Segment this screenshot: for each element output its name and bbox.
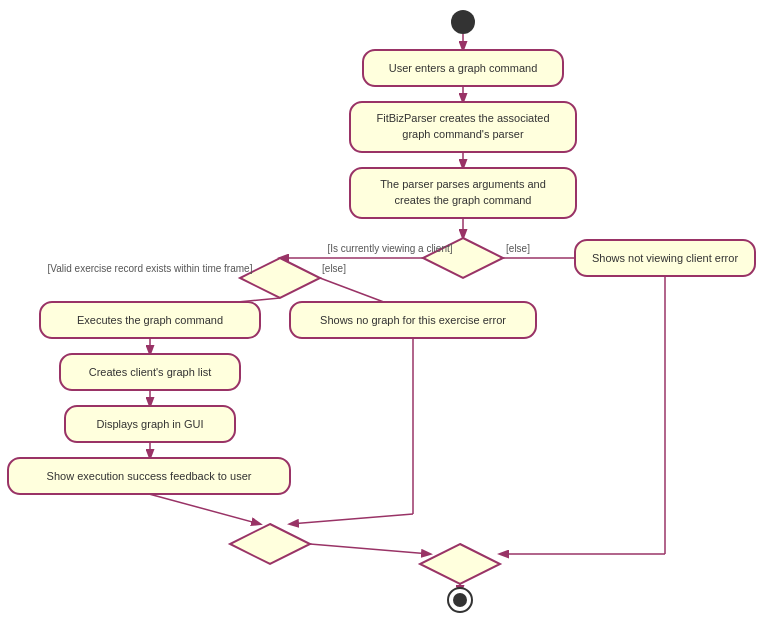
node-success-label: Show execution success feedback to user bbox=[47, 470, 252, 482]
node-parser-label2: creates the graph command bbox=[395, 194, 532, 206]
arrow-n8-merge1 bbox=[290, 514, 413, 524]
arrow-merge1-merge2 bbox=[310, 544, 430, 554]
node-executes-label: Executes the graph command bbox=[77, 314, 223, 326]
node-creates-label: Creates client's graph list bbox=[89, 366, 212, 378]
node-fitbizparser-label2: graph command's parser bbox=[402, 128, 524, 140]
merge-diamond-1 bbox=[230, 524, 310, 564]
node-parser-parses bbox=[350, 168, 576, 218]
node-displays-label: Displays graph in GUI bbox=[97, 418, 204, 430]
label-exercise-yes: [Valid exercise record exists within tim… bbox=[48, 263, 253, 274]
node-fitbizparser-label1: FitBizParser creates the associated bbox=[376, 112, 549, 124]
label-viewing-yes: [Is currently viewing a client] bbox=[327, 243, 452, 254]
label-viewing-else: [else] bbox=[506, 243, 530, 254]
arrow-n7-merge1 bbox=[149, 494, 260, 524]
node-not-viewing-label: Shows not viewing client error bbox=[592, 252, 738, 264]
merge-diamond-2 bbox=[420, 544, 500, 584]
end-node-inner bbox=[453, 593, 467, 607]
label-exercise-else: [else] bbox=[322, 263, 346, 274]
node-no-graph-label: Shows no graph for this exercise error bbox=[320, 314, 506, 326]
node-parser-label1: The parser parses arguments and bbox=[380, 178, 546, 190]
node-user-enters-label: User enters a graph command bbox=[389, 62, 538, 74]
node-fitbizparser bbox=[350, 102, 576, 152]
start-node bbox=[451, 10, 475, 34]
